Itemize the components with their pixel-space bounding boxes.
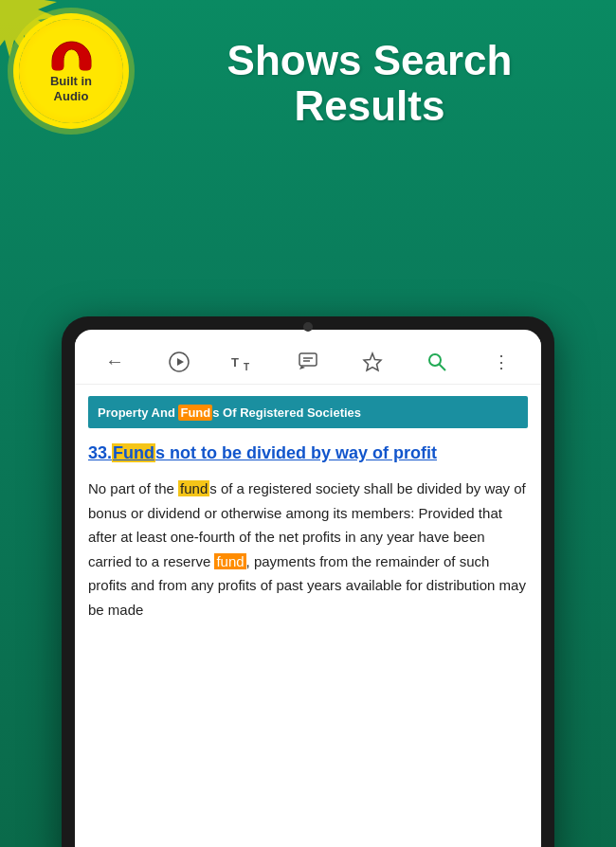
comment-button[interactable] xyxy=(295,349,321,375)
more-options-button[interactable]: ⋮ xyxy=(488,349,515,375)
svg-text:T: T xyxy=(231,355,239,369)
svg-line-13 xyxy=(440,364,446,370)
search-button[interactable] xyxy=(424,349,450,375)
content-area: Property And Funds Of Registered Societi… xyxy=(75,385,541,633)
article-title: 33.Funds not to be divided by way of pro… xyxy=(88,442,528,465)
section-header-text: Property And Funds Of Registered Societi… xyxy=(98,405,361,421)
svg-marker-11 xyxy=(364,353,381,370)
title-area: Shows Search Results xyxy=(142,38,597,130)
section-header-highlight: Fund xyxy=(178,405,212,421)
main-container: Built in Audio Shows Search Results ← TT xyxy=(0,0,616,847)
article-title-highlight: Fund xyxy=(112,443,155,462)
audio-badge: Built in Audio xyxy=(19,19,123,123)
svg-rect-7 xyxy=(299,353,317,366)
svg-rect-2 xyxy=(80,59,91,70)
body-highlight-1: fund xyxy=(178,480,209,496)
text-size-button[interactable]: TT xyxy=(230,349,257,375)
svg-marker-4 xyxy=(177,358,184,366)
body-text: No part of the funds of a registered soc… xyxy=(88,477,528,622)
main-title: Shows Search Results xyxy=(142,38,597,130)
toolbar: ← TT ⋮ xyxy=(75,339,541,385)
section-header: Property And Funds Of Registered Societi… xyxy=(88,396,528,428)
svg-rect-1 xyxy=(52,59,63,70)
svg-point-12 xyxy=(429,354,441,366)
play-button[interactable] xyxy=(166,349,192,375)
badge-text: Built in Audio xyxy=(50,74,92,103)
body-highlight-2: fund xyxy=(214,553,245,569)
camera-dot xyxy=(303,322,313,332)
svg-text:T: T xyxy=(244,362,249,372)
back-button[interactable]: ← xyxy=(101,349,128,375)
star-button[interactable] xyxy=(359,349,386,375)
tablet-screen: ← TT ⋮ xyxy=(75,330,541,847)
headphone-icon xyxy=(50,38,93,74)
tablet-frame: ← TT ⋮ xyxy=(62,316,554,847)
